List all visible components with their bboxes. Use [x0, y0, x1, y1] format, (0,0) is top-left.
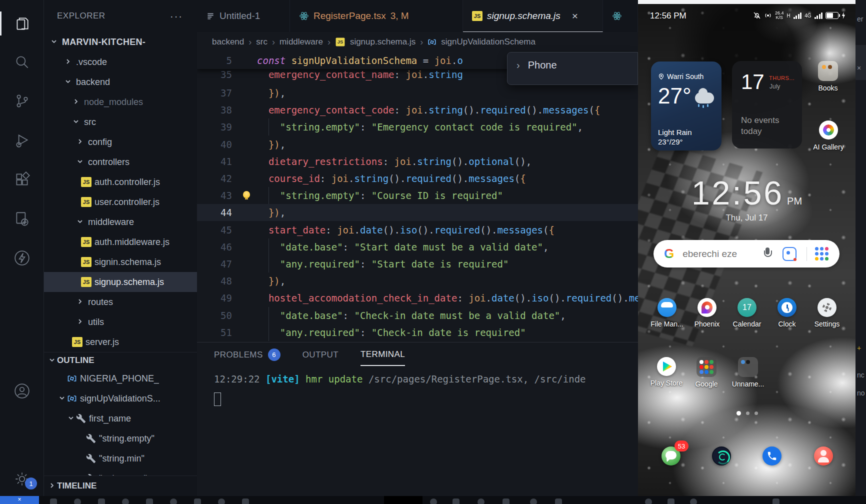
app-phoenix-icon[interactable]: Phoenix	[687, 298, 727, 328]
panel-tab-terminal[interactable]: TERMINAL	[360, 348, 405, 366]
notification-badge: 53	[674, 440, 688, 452]
breadcrumb-item[interactable]: src	[256, 37, 268, 47]
tree-item-src[interactable]: src	[44, 112, 197, 132]
code-line-38[interactable]: 38emergency_contact_code: joi.string().r…	[197, 102, 638, 118]
panel-tab-problems[interactable]: PROBLEMS 6	[214, 348, 280, 366]
code-line-41[interactable]: 41dietary_restrictions: joi.string().opt…	[197, 153, 638, 170]
breadcrumb-item[interactable]: signUpValidationSchema	[441, 37, 536, 47]
run-debug-icon[interactable]	[0, 124, 44, 156]
tree-item-signup.schema.js[interactable]: JSsignup.schema.js	[44, 272, 197, 292]
app-calendar-icon[interactable]: 17Calendar	[727, 298, 767, 328]
tree-item-routes[interactable]: routes	[44, 292, 197, 312]
breadcrumb-item[interactable]: backend	[212, 37, 244, 47]
dock-contacts-icon[interactable]	[814, 446, 833, 466]
phone-window-titlebar[interactable]	[638, 0, 856, 4]
timeline-section-header[interactable]: TIMELINE	[44, 476, 197, 496]
code-line-46[interactable]: 46"date.base": "Start date must be a val…	[197, 238, 638, 256]
panel-tab-output[interactable]: OUTPUT	[302, 348, 338, 366]
code-line-44[interactable]: 44}),	[197, 204, 638, 221]
explorer-icon[interactable]	[0, 8, 44, 40]
page-indicator	[638, 411, 856, 416]
outline-section-header[interactable]: OUTLINE	[44, 352, 197, 368]
code-line-50[interactable]: 50"date.base": "Check-in date must be a …	[197, 307, 638, 324]
ai-gallery-icon[interactable]	[819, 120, 838, 140]
tree-item-.vscode[interactable]: .vscode	[44, 52, 197, 72]
tree-item-auth.middleware.js[interactable]: JSauth.middleware.js	[44, 232, 197, 252]
code-editor[interactable]: 35emergency_contact_name: joi.string37})…	[197, 52, 638, 342]
breadcrumb-item[interactable]: middleware	[280, 37, 323, 47]
tree-item-utils[interactable]: utils	[44, 312, 197, 332]
extensions-icon[interactable]	[0, 164, 44, 196]
app-unname-icon[interactable]: Unname...	[728, 357, 768, 388]
search-icon[interactable]	[0, 46, 44, 78]
settings-gear-icon[interactable]	[0, 463, 44, 495]
explorer-actions-icon[interactable]: ···	[170, 10, 183, 22]
code-line-42[interactable]: 42course_id: joi.string().required().mes…	[197, 170, 638, 187]
code-line-51[interactable]: 51"any.required": "Check-in date is requ…	[197, 324, 638, 341]
bottom-panel: PROBLEMS 6 OUTPUT TERMINAL 12:29:22 [vit…	[197, 342, 638, 496]
thunder-client-icon[interactable]	[0, 242, 44, 274]
tree-item-backend[interactable]: backend	[44, 72, 197, 92]
code-line-47[interactable]: 47"any.required": "Start date is require…	[197, 256, 638, 272]
tab-untitled-1[interactable]: Untitled-1	[197, 0, 290, 32]
weather-widget[interactable]: Warri South 27° Light Rain 23°/29°	[651, 62, 722, 150]
phone-dropdown[interactable]: › Phone	[507, 52, 638, 85]
google-lens-icon[interactable]	[782, 247, 796, 261]
code-line-37[interactable]: 37}),	[197, 84, 638, 102]
mic-icon[interactable]	[764, 248, 772, 260]
tree-item-node-modules[interactable]: node_modules	[44, 92, 197, 112]
tree-item-marvin-kitchen-[interactable]: MARVIN-KITCHEN-	[44, 32, 197, 52]
outline-item-nigeria-phone-[interactable]: NIGERIA_PHONE_	[44, 368, 197, 388]
tree-item-controllers[interactable]: controllers	[44, 152, 197, 172]
app-fileman-icon[interactable]: File Man...	[647, 298, 687, 328]
code-line-39[interactable]: 39"string.empty": "Emergency contact cod…	[197, 118, 638, 136]
wrench-icon	[86, 454, 96, 464]
code-runner-icon[interactable]	[0, 203, 44, 235]
tree-item-signin.schema.js[interactable]: JSsignin.schema.js	[44, 252, 197, 272]
app-playstore-icon[interactable]: Play Store	[646, 357, 686, 387]
accounts-icon[interactable]	[0, 375, 44, 407]
tree-item-server.js[interactable]: JSserver.js	[44, 332, 197, 352]
code-line-49[interactable]: 49hostel_accomodation_check_in_date: joi…	[197, 290, 638, 306]
app-settings-icon[interactable]: Settings	[807, 298, 847, 328]
tree-item-config[interactable]: config	[44, 132, 197, 152]
tree-item-middleware[interactable]: middleware	[44, 212, 197, 232]
calendar-widget[interactable]: 17 THURS... July No events today	[732, 61, 802, 148]
books-folder[interactable]	[818, 61, 838, 81]
code-line-43[interactable]: 43"string.empty": "Course ID is required…	[197, 187, 638, 204]
lightbulb-icon[interactable]	[243, 191, 250, 198]
outline-item-first-name[interactable]: first_name	[44, 408, 197, 428]
status-time: 12:56 PM	[650, 11, 686, 21]
outline-item--string.empty-[interactable]: "string.empty"	[44, 428, 197, 448]
symbol-variable-icon	[67, 394, 77, 404]
dock-messages-icon[interactable]: 53	[662, 446, 680, 466]
code-line-45[interactable]: 45start_date: joi.date().iso().required(…	[197, 222, 638, 238]
tab-partial[interactable]	[603, 0, 638, 32]
dock-alight-icon[interactable]	[712, 446, 731, 466]
tree-item-auth.controller.js[interactable]: JSauth.controller.js	[44, 172, 197, 192]
phone-mirror-window: 12:56 PM 26.4K/S H 4G	[638, 0, 856, 504]
ai-gallery-label: AI Gallery	[808, 143, 848, 151]
apps-grid-icon[interactable]	[815, 247, 828, 260]
breadcrumb-item[interactable]: signup.schema.js	[350, 37, 416, 47]
tab-signup-schema[interactable]: JS signup.schema.js ×	[463, 0, 603, 32]
outline-item--string.min-[interactable]: "string.min"	[44, 448, 197, 468]
outline-item-signupvalidations...[interactable]: signUpValidationS...	[44, 388, 197, 408]
dock-phone-icon[interactable]	[762, 446, 782, 466]
clock-widget[interactable]: 12:56PM Thu, Jul 17	[638, 174, 856, 223]
code-line-40[interactable]: 40}),	[197, 136, 638, 153]
terminal-output[interactable]: 12:29:22 [vite] hmr update /src/pages/Re…	[214, 374, 586, 384]
app-google-icon[interactable]: Google	[686, 357, 726, 388]
google-search-bar[interactable]: G eberechi eze	[654, 240, 840, 268]
source-control-icon[interactable]	[0, 85, 44, 117]
taskbar[interactable]: ×	[0, 496, 866, 504]
tree-item-user.controller.js[interactable]: JSuser.controller.js	[44, 192, 197, 212]
phone-screen[interactable]: 12:56 PM 26.4K/S H 4G	[638, 4, 856, 496]
network-speed: 26.4K/S	[775, 11, 784, 20]
editor-tab-bar: Untitled-1 RegisterPage.tsx 3, M JS sign…	[197, 0, 638, 32]
tab-registerpage[interactable]: RegisterPage.tsx 3, M	[290, 0, 463, 32]
code-line-48[interactable]: 48}),	[197, 272, 638, 290]
app-clock-icon[interactable]: Clock	[767, 298, 807, 328]
remote-indicator[interactable]: ×	[0, 496, 39, 504]
tab-close-icon[interactable]: ×	[572, 10, 578, 22]
